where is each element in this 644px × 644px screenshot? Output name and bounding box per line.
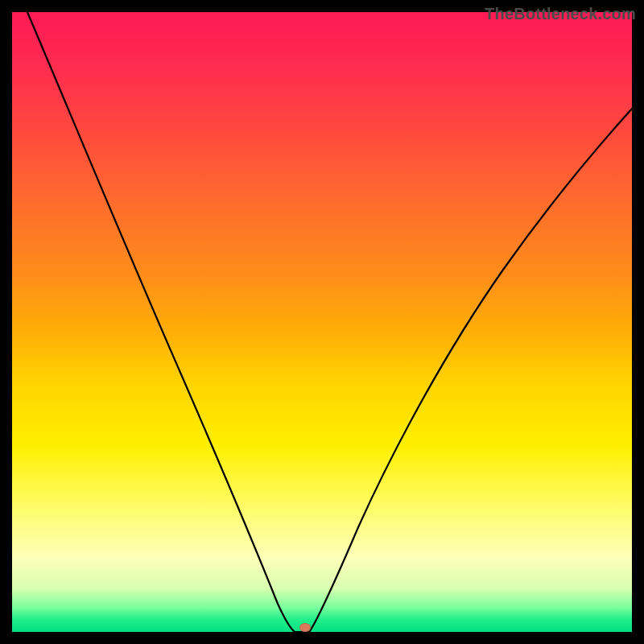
vertex-marker — [299, 623, 311, 632]
bottleneck-curve — [12, 12, 632, 632]
curve-left-limb — [27, 12, 295, 632]
curve-right-limb — [310, 109, 632, 631]
watermark-text: TheBottleneck.com — [485, 5, 636, 23]
plot-area — [12, 12, 632, 632]
chart-frame: TheBottleneck.com — [0, 0, 644, 644]
